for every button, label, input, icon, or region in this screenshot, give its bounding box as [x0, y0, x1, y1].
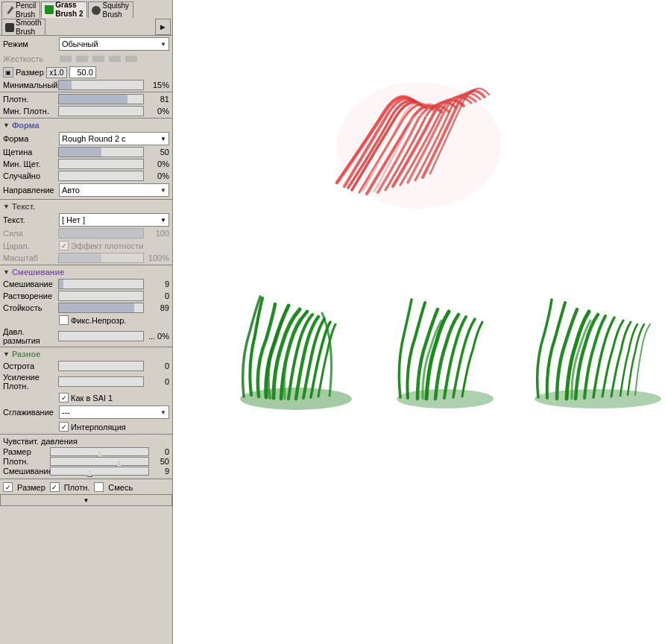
canvas-area[interactable]: [173, 0, 665, 644]
size-check-icon: ▣: [3, 67, 13, 78]
pressure-size-slider[interactable]: [50, 447, 149, 456]
mode-label: Режим: [3, 40, 57, 48]
bottom-size-checkbox[interactable]: [3, 482, 13, 492]
interpolation-row: Интерполяция: [0, 420, 172, 433]
scratch-checkbox: ✓: [59, 241, 69, 250]
sharpness-row: Острота 0: [0, 360, 172, 372]
tab-smooth-brush[interactable]: SmoothBrush: [1, 19, 45, 35]
smoothing-label: Сглаживание: [3, 408, 57, 417]
texture-arrow: ▼: [160, 217, 166, 224]
shape-select[interactable]: Rough Round 2 с ▼: [59, 132, 169, 145]
boost-density-label: Усиление Плотн.: [3, 373, 57, 391]
grass-icon: [45, 5, 54, 14]
pressure-blur-slider[interactable]: [58, 331, 144, 341]
bottom-blend-checkbox[interactable]: [94, 482, 104, 492]
size-scale-select[interactable]: x1.0: [46, 67, 67, 78]
strength-value: 100: [145, 229, 169, 238]
tab-squishy-brush[interactable]: SquishyBrush: [88, 1, 133, 18]
min-size-row: Минимальный 15%: [0, 79, 172, 91]
bristle-label: Щетина: [3, 148, 57, 157]
pressure-density-slider[interactable]: [50, 457, 149, 466]
min-bristle-row: Мин. Щет. 0%: [0, 158, 172, 170]
stability-slider[interactable]: [58, 303, 144, 313]
min-bristle-slider[interactable]: [58, 159, 144, 169]
scratch-row: Царап. ✓ Эффект плотности: [0, 239, 172, 252]
min-bristle-label: Мин. Щет.: [3, 160, 57, 168]
size-value-input[interactable]: 50.0: [69, 66, 96, 78]
hard-icon-4[interactable]: [107, 54, 122, 64]
scroll-down-btn[interactable]: ▼: [0, 494, 172, 506]
bristle-slider[interactable]: [58, 147, 144, 157]
hard-icon-5[interactable]: [124, 54, 139, 64]
blend-row: Смешивание 9: [0, 278, 172, 290]
pressure-density-value: 50: [151, 457, 169, 466]
left-panel: PencilBrush GrassBrush 2 SquishyBrush Sm…: [0, 0, 173, 644]
random-slider[interactable]: [58, 171, 144, 181]
form-arrow-icon: ▼: [3, 121, 10, 129]
tabs-scroll-right[interactable]: ►: [155, 19, 171, 35]
dissolve-row: Растворение 0: [0, 290, 172, 302]
blend-arrow-icon: ▼: [3, 268, 10, 276]
sharpness-slider[interactable]: [58, 361, 144, 371]
min-size-slider[interactable]: [58, 80, 144, 90]
pressure-blend-row: Смешивание 9: [3, 467, 169, 476]
scratch-check-mark: ✓: [61, 242, 67, 250]
mode-select[interactable]: Обычный ▼: [59, 37, 169, 51]
stability-fill: [59, 303, 134, 312]
blend-label: Смешивание: [3, 280, 57, 288]
divider-4: [0, 265, 172, 265]
misc-section-title: Разное: [12, 350, 40, 359]
form-section-header[interactable]: ▼ Форма: [0, 119, 172, 131]
sai1-mode-row: Как в SAI 1: [0, 391, 172, 404]
red-stroke: [337, 82, 501, 209]
pressure-blend-label: Смешивание: [3, 467, 48, 476]
blend-slider[interactable]: [58, 279, 144, 289]
tab-grass-brush[interactable]: GrassBrush 2: [41, 1, 87, 18]
texture-select[interactable]: [ Нет ] ▼: [59, 213, 169, 227]
density-fill: [59, 95, 127, 104]
sai1-label: Как в SAI 1: [71, 394, 113, 402]
bottom-density-checkbox[interactable]: [50, 482, 60, 492]
texture-section-title: Текст.: [12, 202, 35, 211]
fix-opacity-row: Фикс.Непрозр.: [0, 314, 172, 326]
hard-icon-1[interactable]: [58, 54, 73, 64]
min-density-row: Мин. Плотн. 0%: [0, 105, 172, 117]
hard-icon-2[interactable]: [75, 54, 89, 64]
bottom-density-label: Плотн.: [64, 483, 90, 492]
stability-row: Стойкость 89: [0, 302, 172, 314]
blend-section-header[interactable]: ▼ Смешивание: [0, 266, 172, 278]
pressure-blur-row: Давл. размытия ... 0%: [0, 326, 172, 346]
misc-section-header[interactable]: ▼ Разное: [0, 348, 172, 360]
canvas-svg: [173, 0, 665, 644]
random-row: Случайно 0%: [0, 170, 172, 182]
sai1-checkbox[interactable]: [59, 393, 69, 402]
divider-2: [0, 118, 172, 119]
scale-row: Масштаб 100%: [0, 252, 172, 264]
min-density-slider[interactable]: [58, 106, 144, 116]
texture-section-header[interactable]: ▼ Текст.: [0, 201, 172, 212]
interpolation-checkbox[interactable]: [59, 422, 69, 432]
sharpness-value: 0: [145, 362, 169, 370]
min-density-value: 0%: [145, 107, 169, 116]
min-size-value: 15%: [145, 80, 169, 89]
arrow-right-icon: ►: [159, 22, 167, 31]
fix-opacity-checkbox[interactable]: [59, 315, 69, 325]
smoothing-select[interactable]: --- ▼: [59, 405, 169, 419]
bottom-checks: Размер Плотн. Смесь: [0, 480, 172, 494]
sharpness-label: Острота: [3, 362, 57, 370]
blend-section-title: Смешивание: [12, 268, 64, 277]
pressure-blend-slider[interactable]: [50, 467, 149, 476]
strength-row: Сила 100: [0, 227, 172, 239]
scale-value: 100%: [145, 253, 169, 262]
hard-icon-3[interactable]: [91, 54, 106, 64]
dissolve-slider[interactable]: [58, 291, 144, 301]
smoothing-value: ---: [62, 408, 70, 417]
tab-pencil-brush[interactable]: PencilBrush: [1, 1, 40, 18]
density-slider[interactable]: [58, 94, 144, 104]
direction-select[interactable]: Авто ▼: [59, 183, 169, 197]
bottom-size-label: Размер: [17, 483, 45, 492]
boost-density-slider[interactable]: [58, 376, 144, 387]
divider-1: [0, 92, 172, 92]
mode-row: Режим Обычный ▼: [0, 36, 172, 52]
size-value-text: 50.0: [77, 68, 92, 77]
